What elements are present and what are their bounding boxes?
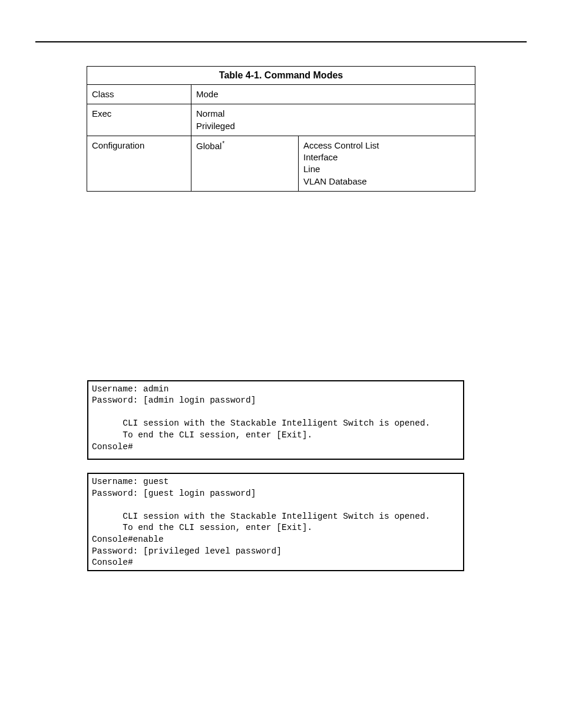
sub-line: Interface [303,152,338,162]
mode-line: Normal [196,108,224,118]
mode-line: Global [196,141,222,151]
table-row: Configuration Global* Access Control Lis… [87,136,475,191]
command-modes-table: Table 4-1. Command Modes Class Mode Exec… [87,66,475,192]
table-title: Table 4-1. Command Modes [87,67,475,85]
top-rule [35,41,527,42]
table-row: Exec Normal Privileged [87,104,475,136]
cell-mode-sub: Access Control List Interface Line VLAN … [299,136,475,191]
table-header-mode: Mode [191,85,475,104]
table-header-class: Class [87,85,191,104]
cell-mode-global: Global* [191,136,299,191]
mode-line: Privileged [196,121,235,131]
console-block-admin: Username: admin Password: [admin login p… [87,380,464,460]
asterisk-icon: * [222,140,224,147]
page: Table 4-1. Command Modes Class Mode Exec… [0,0,562,728]
sub-line: VLAN Database [303,176,367,186]
cell-mode-exec: Normal Privileged [191,104,475,136]
cell-class-configuration: Configuration [87,136,191,191]
command-modes-table-wrap: Table 4-1. Command Modes Class Mode Exec… [87,66,475,192]
sub-line: Access Control List [303,140,379,150]
sub-line: Line [303,164,320,174]
console-area: Username: admin Password: [admin login p… [87,380,527,571]
console-block-guest: Username: guest Password: [guest login p… [87,473,464,571]
cell-class-exec: Exec [87,104,191,136]
